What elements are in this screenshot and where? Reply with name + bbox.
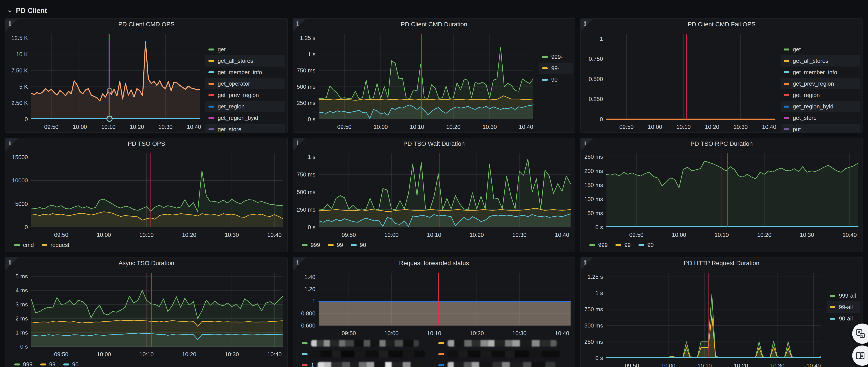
legend-item-999[interactable]: 999 — [302, 241, 320, 249]
legend-item-99[interactable]: 99 — [328, 241, 343, 249]
legend-swatch — [784, 71, 789, 73]
svg-text:12.5 K: 12.5 K — [11, 35, 28, 41]
legend-item-999[interactable]: 999 — [589, 241, 608, 249]
panel-info-icon[interactable]: i — [581, 257, 593, 270]
legend-item-get_region_byid[interactable]: get_region_byid — [206, 112, 285, 123]
legend-item-get_store[interactable]: get_store — [206, 123, 285, 132]
legend-item-get_all_stores[interactable]: get_all_stores — [206, 55, 285, 66]
legend-swatch — [589, 244, 595, 246]
chart-pd-tso-ops[interactable]: 05000100001500009:5010:0010:1010:2010:30… — [5, 149, 287, 241]
legend-item-put[interactable]: put — [780, 123, 860, 132]
info-icon: i — [584, 139, 586, 147]
panel-info-icon[interactable]: i — [293, 138, 306, 151]
legend-item-99[interactable]: 99 — [616, 241, 631, 249]
legend-item-90-all[interactable]: 90-all — [827, 313, 860, 324]
legend-item-get_store[interactable]: get_store — [780, 112, 860, 123]
legend-swatch — [639, 244, 644, 246]
svg-text:0: 0 — [25, 116, 28, 122]
chart-pd-client-cmd-duration[interactable]: 0 s250 ms500 ms750 ms1 s1.25 s09:5010:00… — [293, 30, 538, 132]
legend-label: 90- — [551, 76, 560, 83]
legend-swatch — [784, 129, 789, 131]
legend-item-90-[interactable]: 90- — [539, 74, 573, 85]
legend-item-90[interactable]: 90 — [351, 241, 366, 249]
svg-text:10:00: 10:00 — [672, 232, 686, 238]
legend-item-get_all_stores[interactable]: get_all_stores — [780, 55, 860, 66]
chart-pd-client-cmd-ops[interactable]: 02.50 K5 K7.50 K10 K12.5 K09:5010:0010:1… — [5, 30, 204, 132]
panel-title[interactable]: Async TSO Duration — [5, 260, 287, 267]
legend-item-request[interactable]: request — [42, 241, 69, 249]
legend-item-999-all[interactable]: 999-all — [827, 290, 860, 301]
legend-item-get_region[interactable]: get_region — [780, 89, 860, 101]
svg-text:10:30: 10:30 — [770, 362, 784, 367]
legend-item-999-[interactable]: 999- — [539, 51, 573, 62]
legend-item-90[interactable]: 90 — [63, 360, 79, 367]
legend-swatch — [209, 71, 214, 73]
legend-swatch — [40, 364, 46, 365]
legend-item-get_region[interactable]: get_region — [206, 101, 285, 112]
legend-swatch — [542, 67, 548, 69]
legend-item-get_prev_region[interactable]: get_prev_region — [780, 78, 860, 89]
svg-text:2.50 K: 2.50 K — [11, 100, 28, 106]
legend-item-99-[interactable]: 99- — [539, 62, 573, 74]
panel-info-icon[interactable]: i — [581, 19, 593, 31]
legend-item-90[interactable]: 90 — [639, 241, 654, 249]
svg-text:0 s: 0 s — [308, 224, 315, 230]
panel-info-icon[interactable]: i — [5, 138, 18, 151]
legend-item-get[interactable]: get — [780, 44, 860, 55]
legend-item-redacted[interactable] — [302, 350, 433, 359]
legend-item-get_region_byid[interactable]: get_region_byid — [780, 101, 860, 112]
legend-item-get_member_info[interactable]: get_member_info — [780, 66, 860, 78]
panel-title[interactable]: PD TSO OPS — [5, 140, 287, 147]
legend-item-redacted[interactable] — [302, 339, 433, 348]
legend-item-redacted[interactable] — [438, 350, 570, 359]
svg-text:100 ms: 100 ms — [584, 196, 603, 202]
svg-text:750 ms: 750 ms — [297, 67, 315, 74]
svg-text:09:50: 09:50 — [342, 232, 356, 238]
legend-item-99-all[interactable]: 99-all — [827, 301, 860, 313]
row-header-pd-client[interactable]: ⌄ PD Client — [0, 0, 868, 19]
svg-text:500 ms: 500 ms — [297, 83, 315, 90]
svg-text:10:10: 10:10 — [140, 232, 154, 238]
legend-item-get_member_info[interactable]: get_member_info — [206, 66, 285, 78]
legend-label: get_store — [793, 115, 816, 121]
legend-item-redacted[interactable] — [438, 360, 570, 367]
svg-text:10:30: 10:30 — [158, 123, 173, 130]
svg-text:10:10: 10:10 — [410, 123, 424, 130]
chart-pd-http-request-duration[interactable]: 0 s250 ms500 ms750 ms1 s1.25 s09:5010:00… — [581, 269, 825, 367]
svg-text:150 ms: 150 ms — [584, 182, 603, 188]
panel-info-icon[interactable]: i — [293, 19, 306, 31]
legend-item-cmd[interactable]: cmd — [14, 241, 34, 249]
svg-text:500 ms: 500 ms — [584, 322, 603, 329]
svg-text:1: 1 — [600, 35, 603, 42]
legend-item-get_prev_region[interactable]: get_prev_region — [206, 89, 285, 101]
legend-item-redacted[interactable]: 1 — [302, 360, 433, 367]
chart-pd-client-cmd-fail-ops[interactable]: 00.2500.5000.750109:5010:0010:1010:2010:… — [581, 30, 779, 132]
chart-async-tso-duration[interactable]: 0 s1 ms2 ms3 ms4 ms5 ms09:5010:0010:1010… — [5, 269, 287, 360]
legend-item-redacted[interactable] — [438, 339, 570, 348]
legend-item-999[interactable]: 999 — [14, 360, 32, 367]
panel-info-icon[interactable]: i — [293, 257, 306, 270]
panel-title[interactable]: PD TSO RPC Duration — [581, 140, 863, 147]
panel-title[interactable]: PD Client CMD Duration — [293, 21, 575, 28]
svg-text:0: 0 — [600, 116, 603, 122]
svg-text:10:30: 10:30 — [225, 351, 239, 358]
chart-request-forwarded-status[interactable]: 0.6000.80011.201.4009:5010:0010:1010:201… — [293, 269, 575, 339]
panel-info-icon[interactable]: i — [581, 138, 593, 151]
svg-text:15000: 15000 — [12, 154, 28, 161]
panel-title[interactable]: PD TSO Wait Duration — [293, 140, 575, 147]
legend-swatch — [784, 94, 789, 96]
chart-pd-tso-rpc-duration[interactable]: 0 s50 ms100 ms150 ms200 ms250 ms09:5010:… — [581, 149, 863, 241]
legend-item-get[interactable]: get — [206, 44, 285, 55]
panel-title[interactable]: Request forwarded status — [293, 260, 575, 267]
svg-text:10:10: 10:10 — [427, 232, 441, 238]
legend-item-get_operator[interactable]: get_operator — [206, 78, 285, 89]
legend-label: get_region_byid — [793, 103, 833, 110]
svg-text:10:40: 10:40 — [519, 123, 533, 130]
chart-pd-tso-wait-duration[interactable]: 0 s250 ms500 ms750 ms1 s09:5010:0010:101… — [293, 149, 575, 241]
legend-item-99[interactable]: 99 — [40, 360, 56, 367]
panel-title[interactable]: PD Client CMD OPS — [5, 21, 287, 28]
panel-info-icon[interactable]: i — [5, 257, 18, 270]
panel-info-icon[interactable]: i — [5, 19, 18, 31]
panel-title[interactable]: PD HTTP Request Duration — [581, 260, 863, 267]
panel-title[interactable]: PD Client CMD Fail OPS — [581, 21, 863, 28]
